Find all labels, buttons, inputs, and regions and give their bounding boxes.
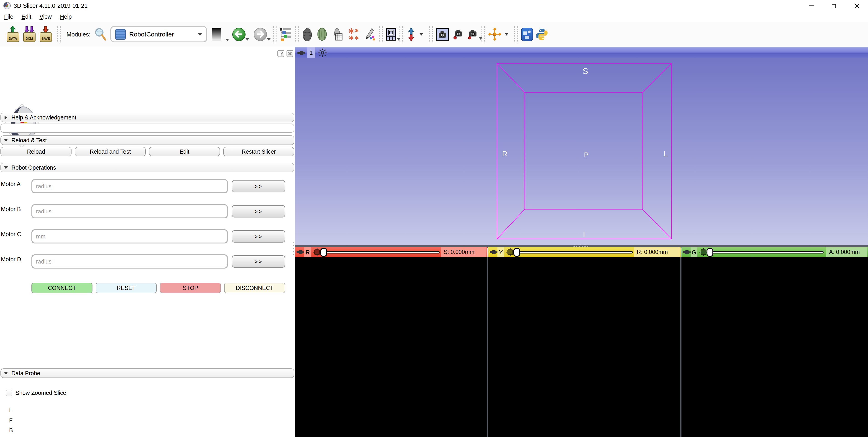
chevron-down-icon[interactable] [420,33,423,35]
module-back-button[interactable] [232,28,246,41]
restart-slicer-button[interactable]: Restart Slicer [223,147,294,156]
window-title: 3D Slicer 4.11.0-2019-01-21 [14,2,88,9]
green-slice-slider-track[interactable] [710,251,824,254]
toolbar-separator [429,26,433,42]
motor-a-label: Motor A [1,181,21,187]
layout-selector-button[interactable] [386,28,396,40]
yellow-slice-slider-track[interactable] [517,251,633,254]
markups-button[interactable] [365,27,376,41]
app-logo-icon [3,2,11,9]
slice-visibility-icon[interactable] [313,248,321,256]
edit-button[interactable]: Edit [149,147,220,156]
disconnect-button[interactable]: DISCONNECT [224,283,285,293]
module-selector-combobox[interactable]: RobotController [110,26,207,42]
motor-a-input[interactable] [31,179,228,193]
motor-d-send-button[interactable]: >> [232,255,285,268]
axis-label-superior: S [583,67,588,76]
panel-close-button[interactable] [286,50,293,57]
menu-view[interactable]: View [35,13,56,20]
red-slice-slider-track[interactable] [323,251,440,254]
module-history-icon [212,28,221,41]
restore-icon [832,3,836,8]
stop-button[interactable]: STOP [160,283,221,293]
green-slice-controller: G A: 0.000mm [681,247,868,257]
reset-button[interactable]: RESET [96,283,157,293]
red-slice-slider-handle[interactable] [320,248,327,257]
up-down-arrows-icon [406,27,416,41]
section-robot-operations[interactable]: Robot Operations [0,163,294,172]
yellow-slice-controller: Y R: 0.000mm [488,247,681,257]
threeD-viewport[interactable]: S R P L I [295,58,868,245]
slice-visibility-icon[interactable] [506,248,514,256]
minimize-button[interactable] [800,0,823,11]
module-search-button[interactable] [94,28,106,41]
menu-file[interactable]: File [0,13,17,20]
motor-b-input[interactable] [31,204,228,218]
threeD-view-tab[interactable]: 1 [307,48,315,58]
crop-volume-button[interactable] [317,27,327,41]
subject-hierarchy-button[interactable] [280,27,292,41]
pin-icon[interactable] [490,249,497,255]
motor-b-send-button[interactable]: >> [232,205,285,217]
load-data-button[interactable]: DATA [6,26,20,42]
motor-d-input[interactable] [31,254,228,268]
panel-splitter-handle[interactable] [293,242,294,257]
extensions-manager-button[interactable] [521,28,533,41]
reload-and-test-button[interactable]: Reload and Test [75,147,146,156]
markups-pen-icon [365,27,376,41]
dicom-button[interactable]: DCM [22,26,36,42]
menu-help[interactable]: Help [56,13,75,20]
chevron-down-icon[interactable] [505,33,508,35]
slice-viewports[interactable] [295,257,868,437]
restore-button[interactable] [823,0,845,11]
scene-camera-restore-icon [467,29,478,40]
red-slice-label: R [304,247,311,257]
connect-button[interactable]: CONNECT [31,283,92,293]
section-help-acknowledgement[interactable]: Help & Acknowledgement [0,113,294,122]
mesh-grid-icon [332,27,343,41]
scene-view-restore-button[interactable] [467,29,478,40]
motor-c-input[interactable] [31,229,228,243]
volume-rendering-button[interactable] [302,27,312,41]
expanded-triangle-icon [4,372,8,375]
python-console-button[interactable] [536,28,548,40]
motor-c-label: Motor C [1,231,21,237]
fiducials-button[interactable] [347,27,360,41]
orientation-cube-wireframe [295,58,868,245]
robot-action-buttons: CONNECT RESET STOP DISCONNECT [31,283,285,293]
pin-icon[interactable] [297,249,304,255]
motor-c-send-button[interactable]: >> [232,230,285,242]
module-panel: 3DSlicer Help & Acknowledgement Reload &… [0,47,295,437]
search-icon [94,28,106,41]
panel-undock-button[interactable] [277,50,284,57]
green-volume-icon [317,27,327,41]
yellow-slice-slider-handle[interactable] [514,248,520,257]
module-forward-button[interactable] [254,28,267,41]
screenshot-button[interactable] [436,28,449,41]
slice-visibility-icon[interactable] [699,248,707,256]
reload-button[interactable]: Reload [0,147,71,156]
green-slice-slider-handle[interactable] [707,248,713,257]
menu-edit[interactable]: Edit [17,13,35,20]
show-zoomed-slice-checkbox[interactable] [6,390,12,396]
motor-a-send-button[interactable]: >> [232,180,285,193]
section-data-probe[interactable]: Data Probe [0,369,294,378]
threeD-view-header: 1 [295,48,868,58]
section-reload-test[interactable]: Reload & Test [0,136,294,145]
scene-view-button[interactable] [453,29,464,40]
reload-test-buttons: Reload Reload and Test Edit Restart Slic… [0,147,294,156]
toolbar-separator [295,26,299,42]
section-title: Data Probe [11,370,40,376]
mouse-mode-button[interactable] [406,27,416,41]
module-history-button[interactable] [212,28,225,41]
view-controls-icon[interactable] [318,48,327,57]
slice-view-separator [487,257,488,437]
red-slice-controller: R S: 0.000mm [295,247,488,257]
fiducials-icon [347,27,360,41]
close-button[interactable] [845,0,868,11]
pin-icon[interactable] [683,249,690,255]
save-button[interactable]: SAVE [39,26,52,42]
segment-editor-button[interactable] [332,27,343,41]
crosshair-button[interactable] [488,28,501,40]
pin-icon[interactable] [298,50,305,56]
